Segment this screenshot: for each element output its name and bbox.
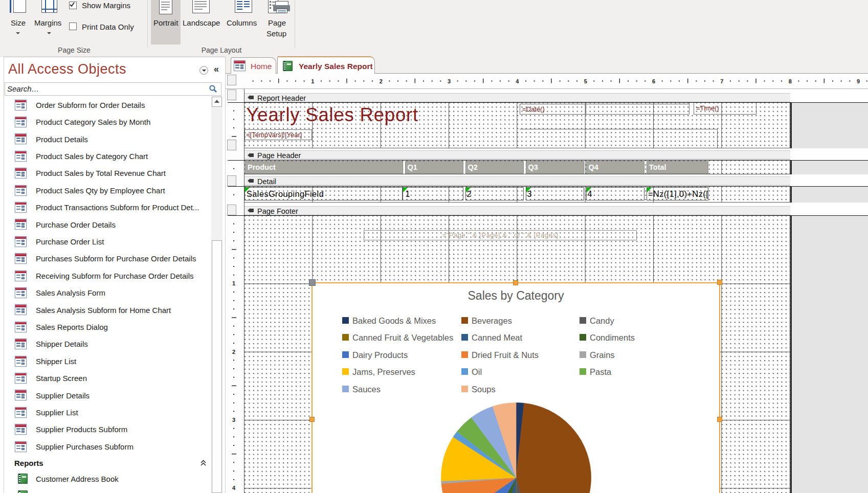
svg-text:4: 4 [516,78,519,84]
svg-text:3: 3 [448,78,451,84]
svg-text:2: 2 [380,78,383,84]
svg-text:3: 3 [232,417,235,423]
svg-text:9: 9 [857,78,860,84]
svg-text:5: 5 [584,78,587,84]
svg-text:1: 1 [311,78,314,84]
svg-text:7: 7 [720,78,723,84]
svg-text:1: 1 [232,280,235,286]
svg-text:2: 2 [232,349,235,355]
svg-text:8: 8 [789,78,792,84]
svg-text:6: 6 [652,78,655,84]
svg-text:4: 4 [232,485,236,491]
